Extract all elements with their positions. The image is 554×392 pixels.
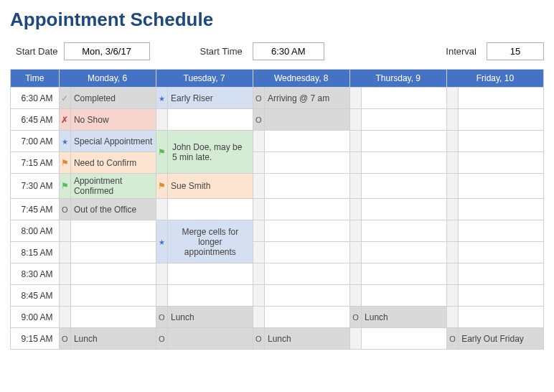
- empty-icon-cell[interactable]: [446, 174, 458, 199]
- flag-icon[interactable]: [59, 174, 70, 199]
- appt-cell[interactable]: Early Riser: [167, 88, 253, 109]
- empty-icon-cell[interactable]: [349, 174, 361, 199]
- appt-cell[interactable]: [362, 131, 447, 152]
- empty-icon-cell[interactable]: [349, 285, 361, 307]
- appt-cell[interactable]: Completed: [70, 88, 156, 109]
- empty-icon-cell[interactable]: [349, 131, 361, 152]
- appt-cell[interactable]: [459, 285, 544, 307]
- appt-cell[interactable]: [70, 220, 156, 242]
- empty-icon-cell[interactable]: [156, 285, 167, 307]
- appt-cell[interactable]: [265, 242, 350, 263]
- empty-icon-cell[interactable]: [446, 131, 458, 152]
- circle-icon[interactable]: [59, 199, 70, 220]
- appt-cell[interactable]: [265, 152, 350, 174]
- interval-input[interactable]: [487, 42, 544, 60]
- empty-icon-cell[interactable]: [349, 199, 361, 220]
- appt-cell[interactable]: [459, 174, 544, 199]
- empty-icon-cell[interactable]: [349, 328, 361, 350]
- circle-icon[interactable]: [446, 328, 458, 350]
- star-icon[interactable]: [59, 131, 70, 152]
- appt-cell[interactable]: John Doe, may be 5 min late.: [167, 131, 253, 174]
- empty-icon-cell[interactable]: [446, 220, 458, 242]
- appt-cell[interactable]: Merge cells for longer appointments: [167, 220, 253, 263]
- empty-icon-cell[interactable]: [59, 220, 70, 242]
- appt-cell[interactable]: [167, 199, 253, 220]
- start-time-input[interactable]: [253, 42, 324, 60]
- empty-icon-cell[interactable]: [446, 307, 458, 328]
- empty-icon-cell[interactable]: [253, 242, 264, 263]
- appt-cell[interactable]: [362, 263, 447, 285]
- appt-cell[interactable]: [459, 88, 544, 109]
- appt-cell[interactable]: [459, 152, 544, 174]
- flag-icon[interactable]: [59, 152, 70, 174]
- empty-icon-cell[interactable]: [446, 88, 458, 109]
- appt-cell[interactable]: [459, 199, 544, 220]
- x-icon[interactable]: [59, 109, 70, 131]
- appt-cell[interactable]: [265, 174, 350, 199]
- empty-icon-cell[interactable]: [349, 109, 361, 131]
- circle-icon[interactable]: [59, 328, 70, 350]
- appt-cell[interactable]: Lunch: [70, 328, 156, 350]
- appt-cell[interactable]: [362, 109, 447, 131]
- appt-cell[interactable]: [459, 263, 544, 285]
- appt-cell[interactable]: [265, 131, 350, 152]
- appt-cell[interactable]: [362, 220, 447, 242]
- appt-cell[interactable]: [167, 109, 253, 131]
- appt-cell[interactable]: [70, 242, 156, 263]
- flag-icon[interactable]: [156, 174, 167, 199]
- appt-cell[interactable]: [167, 328, 253, 350]
- empty-icon-cell[interactable]: [156, 263, 167, 285]
- empty-icon-cell[interactable]: [349, 263, 361, 285]
- appt-cell[interactable]: [362, 152, 447, 174]
- appt-cell[interactable]: Need to Confirm: [70, 152, 156, 174]
- empty-icon-cell[interactable]: [446, 109, 458, 131]
- appt-cell[interactable]: Lunch: [167, 307, 253, 328]
- empty-icon-cell[interactable]: [156, 109, 167, 131]
- appt-cell[interactable]: No Show: [70, 109, 156, 131]
- empty-icon-cell[interactable]: [253, 152, 264, 174]
- circle-icon[interactable]: [349, 307, 361, 328]
- empty-icon-cell[interactable]: [446, 199, 458, 220]
- appt-cell[interactable]: [459, 242, 544, 263]
- empty-icon-cell[interactable]: [446, 263, 458, 285]
- empty-icon-cell[interactable]: [59, 263, 70, 285]
- empty-icon-cell[interactable]: [253, 174, 264, 199]
- appt-cell[interactable]: [70, 263, 156, 285]
- empty-icon-cell[interactable]: [59, 285, 70, 307]
- appt-cell[interactable]: [459, 131, 544, 152]
- appt-cell[interactable]: Appointment Confirmed: [70, 174, 156, 199]
- appt-cell[interactable]: Out of the Office: [70, 199, 156, 220]
- empty-icon-cell[interactable]: [253, 220, 264, 242]
- empty-icon-cell[interactable]: [446, 152, 458, 174]
- appt-cell[interactable]: [362, 88, 447, 109]
- appt-cell[interactable]: [362, 242, 447, 263]
- empty-icon-cell[interactable]: [349, 152, 361, 174]
- circle-icon[interactable]: [253, 88, 264, 109]
- appt-cell[interactable]: [362, 285, 447, 307]
- circle-icon[interactable]: [253, 328, 264, 350]
- appt-cell[interactable]: [167, 285, 253, 307]
- appt-cell[interactable]: Special Appointment: [70, 131, 156, 152]
- empty-icon-cell[interactable]: [349, 88, 361, 109]
- appt-cell[interactable]: [362, 174, 447, 199]
- appt-cell[interactable]: [459, 307, 544, 328]
- appt-cell[interactable]: [265, 263, 350, 285]
- appt-cell[interactable]: Sue Smith: [167, 174, 253, 199]
- empty-icon-cell[interactable]: [156, 199, 167, 220]
- star-icon[interactable]: [156, 220, 167, 263]
- appt-cell[interactable]: [167, 263, 253, 285]
- circle-icon[interactable]: [253, 109, 264, 131]
- appt-cell[interactable]: Early Out Friday: [459, 328, 544, 350]
- appt-cell[interactable]: [265, 285, 350, 307]
- circle-icon[interactable]: [156, 307, 167, 328]
- appt-cell[interactable]: [459, 220, 544, 242]
- empty-icon-cell[interactable]: [253, 263, 264, 285]
- appt-cell[interactable]: Arriving @ 7 am: [265, 88, 350, 109]
- appt-cell[interactable]: Lunch: [362, 307, 447, 328]
- appt-cell[interactable]: [459, 109, 544, 131]
- empty-icon-cell[interactable]: [253, 307, 264, 328]
- appt-cell[interactable]: [362, 199, 447, 220]
- star-icon[interactable]: [156, 88, 167, 109]
- start-date-input[interactable]: [64, 42, 150, 60]
- empty-icon-cell[interactable]: [446, 285, 458, 307]
